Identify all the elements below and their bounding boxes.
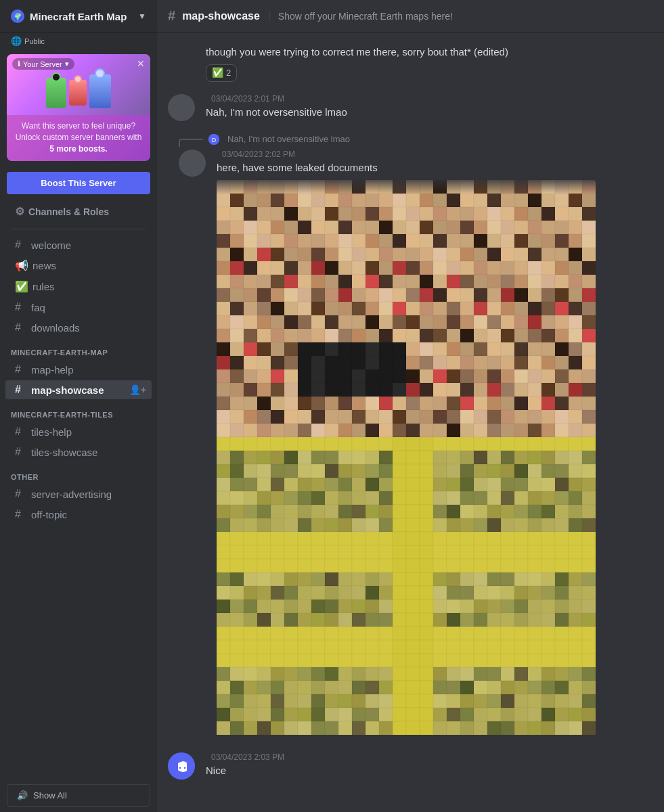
- avatar-2: [168, 94, 195, 121]
- sidebar-item-news[interactable]: 📢 news: [5, 256, 152, 275]
- sidebar-item-server-advertising[interactable]: # server-advertising: [5, 484, 152, 503]
- server-icon: 🌍: [11, 9, 24, 23]
- message-group-2: 03/04/2023 2:01 PM Nah, I'm not oversens…: [157, 91, 664, 124]
- channel-label: off-topic: [31, 509, 67, 520]
- hash-icon: #: [15, 301, 27, 313]
- boost-banner-text: Want this server to feel unique? Unlock …: [7, 115, 150, 161]
- sidebar-item-tiles-showcase[interactable]: # tiles-showcase: [5, 443, 152, 461]
- avatar-3: [179, 150, 206, 177]
- hash-icon: #: [15, 426, 27, 438]
- channel-header: # map-showcase Show off your Minecraft E…: [157, 0, 664, 32]
- category-minecraft-earth-map: MINECRAFT-EARTH-MAP: [0, 338, 157, 359]
- channel-header-name: map-showcase: [182, 10, 260, 22]
- sidebar-item-downloads[interactable]: # downloads: [5, 318, 152, 337]
- reaction-count: 2: [226, 67, 231, 79]
- message-meta-3: 03/04/2023 2:02 PM: [217, 150, 642, 159]
- sidebar-divider-1: [11, 229, 146, 229]
- reply-avatar: D: [208, 134, 219, 145]
- hash-icon: #: [15, 446, 27, 458]
- reply-text: Nah, I'm not oversensitive lmao: [227, 134, 350, 144]
- message-text: though you were trying to correct me the…: [206, 46, 471, 58]
- sidebar-item-map-showcase[interactable]: # map-showcase 👤+: [5, 380, 152, 399]
- reaction-check[interactable]: ✅ 2: [206, 64, 237, 82]
- timestamp-2: 03/04/2023 2:01 PM: [211, 94, 284, 104]
- public-badge: 🌐 Public: [0, 33, 157, 49]
- hash-icon: #: [15, 384, 27, 396]
- message-row-3: 03/04/2023 2:02 PM here, have some leake…: [168, 148, 653, 739]
- hash-icon: #: [15, 363, 27, 376]
- channels-roles-item[interactable]: ⚙ Channels & Roles: [5, 200, 152, 223]
- channel-label: server-advertising: [31, 489, 112, 500]
- reply-line: D Nah, I'm not oversensitive lmao: [208, 134, 350, 145]
- sidebar-item-map-help[interactable]: # map-help: [5, 360, 152, 379]
- boost-banner-image: ℹ Your Server ▾: [7, 54, 150, 115]
- channels-roles-icon: ⚙: [15, 205, 24, 218]
- channel-label: downloads: [31, 322, 80, 334]
- server-name-area: 🌍 Minecraft Earth Map: [11, 9, 127, 23]
- info-icon: ℹ: [18, 60, 20, 68]
- message-content-3: 03/04/2023 2:02 PM here, have some leake…: [217, 150, 642, 738]
- channel-label: news: [32, 260, 56, 271]
- boost-server-button[interactable]: Boost This Server: [7, 172, 150, 194]
- channel-label: tiles-showcase: [31, 447, 97, 458]
- hash-icon-header: #: [168, 8, 175, 24]
- reply-container: D Nah, I'm not oversensitive lmao: [168, 132, 653, 147]
- channel-label: faq: [31, 302, 45, 313]
- channel-label: map-showcase: [31, 384, 104, 396]
- messages-area[interactable]: though you were trying to correct me the…: [157, 32, 664, 812]
- category-tiles: MINECRAFT-EARTH-TILES: [0, 400, 157, 422]
- message-group-3: D Nah, I'm not oversensitive lmao 03/04/…: [157, 129, 664, 742]
- sidebar-item-rules[interactable]: ✅ rules: [5, 277, 152, 296]
- message-content-4: 03/04/2023 2:03 PM Nice: [206, 752, 653, 780]
- sidebar-item-tiles-help[interactable]: # tiles-help: [5, 422, 152, 441]
- server-name: Minecraft Earth Map: [30, 11, 127, 22]
- sidebar-item-faq[interactable]: # faq: [5, 298, 152, 317]
- message-continuation-1: though you were trying to correct me the…: [157, 43, 664, 83]
- chevron-icon-small: ▾: [65, 60, 69, 68]
- channel-label: rules: [32, 281, 55, 292]
- message-image[interactable]: [217, 180, 596, 738]
- category-other: OTHER: [0, 462, 157, 484]
- message-text-4: Nice: [206, 763, 653, 777]
- chevron-down-icon: ▼: [138, 12, 146, 21]
- message-meta-2: 03/04/2023 2:01 PM: [206, 94, 653, 104]
- sidebar-item-off-topic[interactable]: # off-topic: [5, 505, 152, 524]
- channel-header-desc: Show off your Minecraft Earth maps here!: [269, 11, 453, 22]
- svg-text:D: D: [212, 137, 217, 143]
- add-member-icon[interactable]: 👤+: [129, 384, 146, 395]
- server-header[interactable]: 🌍 Minecraft Earth Map ▼: [0, 0, 157, 33]
- channel-label: welcome: [31, 240, 71, 251]
- globe-icon: 🌐: [11, 36, 22, 46]
- close-icon[interactable]: ✕: [137, 58, 145, 69]
- channel-label: tiles-help: [31, 426, 72, 438]
- main-content: # map-showcase Show off your Minecraft E…: [157, 0, 664, 812]
- message-meta-4: 03/04/2023 2:03 PM: [206, 752, 653, 762]
- edited-label: (edited): [474, 46, 508, 58]
- megaphone-icon: 📢: [15, 259, 28, 272]
- hash-icon: #: [15, 321, 27, 334]
- timestamp-3: 03/04/2023 2:02 PM: [222, 150, 295, 159]
- your-server-label: ℹ Your Server ▾: [12, 58, 74, 70]
- sidebar: 🌍 Minecraft Earth Map ▼ 🌐 Public ✕ ℹ You…: [0, 0, 157, 812]
- show-all-button[interactable]: 🔊 Show All: [7, 784, 150, 807]
- message-group-4: 03/04/2023 2:03 PM Nice: [157, 750, 664, 782]
- check-emoji: ✅: [212, 66, 223, 80]
- sidebar-item-welcome[interactable]: # welcome: [5, 235, 152, 254]
- check-icon: ✅: [15, 280, 28, 293]
- boost-characters: [46, 74, 111, 108]
- message-text-2: Nah, I'm not oversensitive lmao: [206, 105, 653, 119]
- message-content-2: 03/04/2023 2:01 PM Nah, I'm not oversens…: [206, 94, 653, 121]
- speaker-icon: 🔊: [17, 790, 28, 800]
- hash-icon: #: [15, 508, 27, 520]
- hash-icon: #: [15, 239, 27, 251]
- message-text-3: here, have some leaked documents: [217, 160, 642, 175]
- channel-label: map-help: [31, 364, 74, 376]
- timestamp-4: 03/04/2023 2:03 PM: [211, 752, 284, 762]
- boost-banner: ✕ ℹ Your Server ▾ Want t: [7, 54, 150, 161]
- hash-icon: #: [15, 488, 27, 500]
- avatar-4: [168, 752, 195, 780]
- image-canvas: [217, 180, 596, 735]
